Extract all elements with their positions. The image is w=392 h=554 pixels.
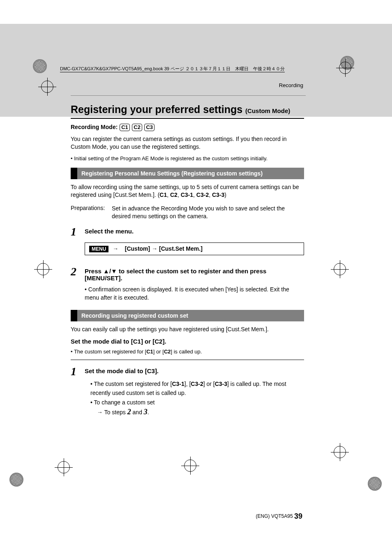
sb1-pre: Set the mode dial to [ <box>85 367 147 374</box>
menu-path-custom: [Custom] <box>125 245 150 252</box>
divider <box>71 95 306 96</box>
step-number: 1 <box>71 366 85 377</box>
menu-path-box: MENU → [Custom] → [Cust.Set Mem.] <box>85 242 304 255</box>
sb1b1-m1: ], [ <box>184 381 191 387</box>
sb1b1-pre: • The custom set registered for [ <box>90 381 172 387</box>
heading-label: Registering Personal Menu Settings (Regi… <box>77 168 304 179</box>
crop-mark-icon <box>41 81 53 93</box>
db-c2: C2 <box>164 349 171 355</box>
page-title: Registering your preferred settings (Cus… <box>71 104 304 119</box>
sb1-bullet2: • To change a custom set <box>90 398 304 407</box>
dial-h-post: ]. <box>162 338 166 345</box>
mode-chip-c3: C3 <box>144 124 154 131</box>
set-label: C2 <box>170 192 178 198</box>
preparations-row: Preparations: Set in advance the Recordi… <box>71 205 304 220</box>
section-heading-recording: Recording using registered custom set <box>71 310 304 321</box>
db-c1: C1 <box>146 349 153 355</box>
page: DMC-GX7C&GX7K&GX7PPC-VQT5A95_eng.book 39… <box>0 0 392 554</box>
db-mid: ] or [ <box>153 349 164 355</box>
divider <box>71 360 304 360</box>
step-title: Set the mode dial to [C3]. <box>85 367 304 374</box>
intro-bullet: • Initial setting of the Program AE Mode… <box>71 155 304 162</box>
crop-mark-icon <box>37 263 49 275</box>
set-label: C3-2 <box>196 192 209 198</box>
sh1-body: To allow recording using the same settin… <box>71 183 304 199</box>
prep-value: Set in advance the Recording Mode you wi… <box>112 205 304 220</box>
page-footer: (ENG) VQT5A95 39 <box>256 512 302 521</box>
sb1-bullet1: • The custom set registered for [C3-1], … <box>90 380 304 397</box>
registration-mark-icon <box>368 477 382 491</box>
section-heading-register: Registering Personal Menu Settings (Regi… <box>71 168 304 179</box>
menu-chip-icon: MENU <box>89 246 108 252</box>
mode-chip-c1: C1 <box>120 124 130 131</box>
step-1: 1 Select the menu. <box>71 226 304 238</box>
dial-bullet: • The custom set registered for [C1] or … <box>71 348 304 355</box>
footer-code: (ENG) VQT5A95 <box>256 513 294 519</box>
arrow-icon: → <box>152 245 157 252</box>
step-b1: 1 Set the mode dial to [C3]. <box>71 366 304 377</box>
step-number: 1 <box>71 226 85 238</box>
sb1b1-a: C3-1 <box>172 381 184 387</box>
recording-mode-row: Recording Mode: C1 C2 C3 <box>71 123 304 131</box>
crop-mark-icon <box>334 263 346 275</box>
up-triangle-icon: ▲ <box>103 268 109 275</box>
heading-label: Recording using registered custom set <box>77 310 304 321</box>
db-pre: • The custom set registered for [ <box>71 349 146 355</box>
step-title: Select the menu. <box>85 228 304 235</box>
arrow-icon: → <box>113 245 123 252</box>
registration-mark-icon <box>33 59 47 73</box>
crop-mark-icon <box>58 461 70 473</box>
step2-pre: Press <box>85 268 103 275</box>
sb1b1-b: C3-2 <box>191 381 203 387</box>
ref-step-2: 2 <box>127 408 131 416</box>
sb1b3-dot: . <box>148 409 149 416</box>
source-file-label: DMC-GX7C&GX7K&GX7PPC-VQT5A95_eng.book 39… <box>60 66 285 72</box>
crop-mark-icon <box>339 62 351 74</box>
sb1b3-and: and <box>131 409 144 416</box>
registration-mark-icon <box>9 473 23 487</box>
dial-c2: C2 <box>154 338 162 345</box>
sb1-bullet3: → To steps 2 and 3. <box>97 408 304 417</box>
dial-heading: Set the mode dial to [C1] or [C2]. <box>71 337 304 346</box>
prep-key: Preparations: <box>71 205 112 220</box>
section-label: Recording <box>279 82 303 88</box>
intro-paragraph: You can register the current camera sett… <box>71 135 304 151</box>
page-number: 39 <box>294 512 302 520</box>
set-label: C3-1 <box>181 192 193 198</box>
crop-mark-icon <box>184 459 196 472</box>
db-post: ] is called up. <box>171 349 202 355</box>
ref-step-3: 3 <box>144 408 148 416</box>
heading-bar-icon <box>71 310 77 321</box>
step2-note: • Confirmation screen is displayed. It i… <box>85 286 304 302</box>
sb1-c3: C3 <box>147 367 155 374</box>
sb1-post: ]. <box>155 367 159 374</box>
set-label: C1 <box>159 192 167 198</box>
sb1b3-pre: → To steps <box>97 409 127 416</box>
sh1-body-post: ) <box>224 192 226 198</box>
step-2: 2 Press ▲/▼ to select the custom set to … <box>71 266 304 282</box>
menu-path-custset: [Cust.Set Mem.] <box>159 245 203 252</box>
sh2-body: You can easily call up the settings you … <box>71 325 304 333</box>
recording-mode-label: Recording Mode: <box>71 124 119 130</box>
title-sub: (Custom Mode) <box>245 107 290 114</box>
heading-bar-icon <box>71 168 77 179</box>
set-label: C3-3 <box>212 192 224 198</box>
title-main: Registering your preferred settings <box>71 104 245 115</box>
dial-h-mid: ] or [ <box>141 338 154 345</box>
mode-chip-c2: C2 <box>132 124 142 131</box>
crop-mark-icon <box>334 446 346 458</box>
down-triangle-icon: ▼ <box>111 268 117 275</box>
dial-c1: C1 <box>133 338 141 345</box>
step-number: 2 <box>71 266 85 282</box>
step-title: Press ▲/▼ to select the custom set to re… <box>85 268 304 282</box>
sb1b1-c: C3-3 <box>215 381 227 387</box>
dial-h-pre: Set the mode dial to [ <box>71 338 133 345</box>
sb1b1-m2: ] or [ <box>203 381 215 387</box>
